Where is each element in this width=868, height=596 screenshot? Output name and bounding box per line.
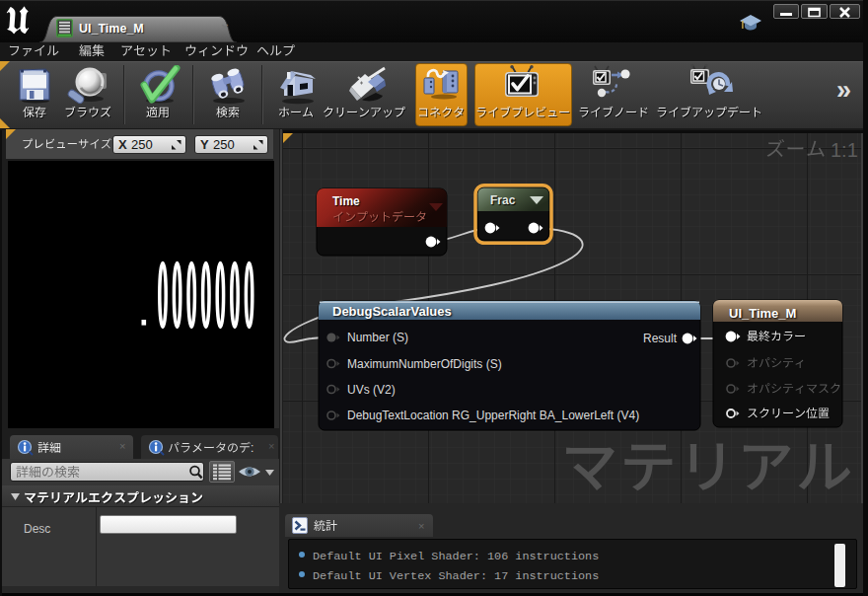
svg-text::: : xyxy=(251,441,253,455)
